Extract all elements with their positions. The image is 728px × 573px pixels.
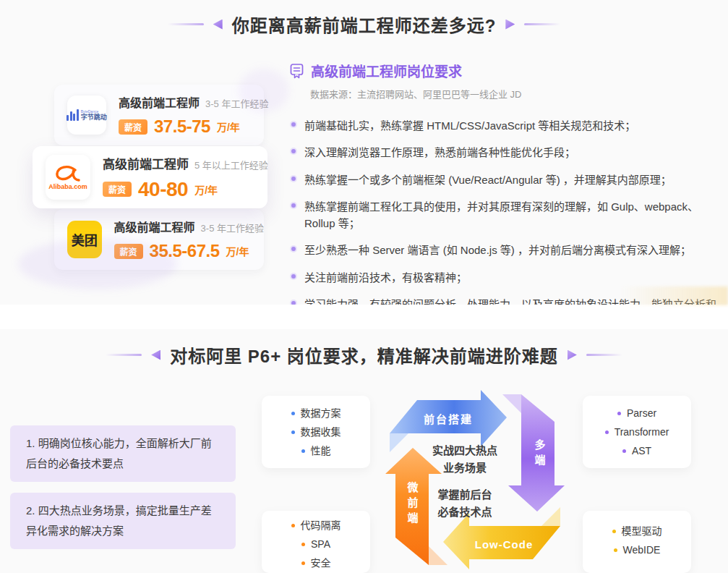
requirement-item: 熟练掌握一个或多个前端框架 (Vue/React/Angular 等) ，并理解… bbox=[289, 171, 717, 188]
card-frontend-build-topics: 数据方案 数据收集 性能 bbox=[262, 396, 370, 468]
bytedance-bars-icon bbox=[67, 109, 79, 121]
card-multi-end-topics: Parser Transformer AST bbox=[583, 396, 691, 468]
salary-unit: 万/年 bbox=[226, 244, 249, 258]
ornament-line bbox=[586, 354, 622, 356]
decorative-cream-strip bbox=[620, 286, 728, 305]
salary-badge: 薪资 bbox=[119, 119, 147, 135]
salary-unit: 万/年 bbox=[217, 119, 240, 134]
list-item: 数据收集 bbox=[269, 423, 363, 442]
arrow-label-multi-end: 多端 bbox=[532, 439, 547, 470]
selling-point-2: 2. 四大热点业务场景，搞定批量生产差异化需求的解决方案 bbox=[10, 493, 236, 549]
bullet-dot bbox=[291, 203, 296, 208]
bullet-dot bbox=[617, 412, 621, 415]
list-item: Transformer bbox=[590, 423, 684, 442]
triangle-right-icon bbox=[568, 350, 577, 360]
section2-title-row: 对标阿里 P6+ 岗位要求，精准解决前端进阶难题 bbox=[0, 342, 728, 368]
bullet-dot bbox=[301, 449, 305, 453]
alibaba-label: Alibaba.com bbox=[48, 183, 87, 190]
ornament-line bbox=[168, 23, 204, 25]
section1-title-row: 你距离高薪前端工程师还差多远? bbox=[0, 12, 728, 37]
bullet-dot bbox=[291, 412, 295, 415]
ornament-line bbox=[524, 23, 560, 25]
certificate-icon bbox=[289, 63, 304, 79]
bytedance-cn-label: 字节跳动 bbox=[81, 114, 107, 121]
requirement-item: 至少熟悉一种 Server 端语言 (如 Node.js 等) ，并对前后端分离… bbox=[289, 242, 717, 258]
bullet-dot bbox=[291, 430, 295, 434]
section-salary-gap: 你距离高薪前端工程师还差多远? ByteDance 字节跳动 高级前端工程师 3… bbox=[0, 0, 728, 305]
salary-range: 35.5-67.5 bbox=[150, 241, 220, 261]
requirement-item: 前端基础扎实，熟练掌握 HTML/CSS/JavaScript 等相关规范和技术… bbox=[289, 117, 717, 134]
card-micro-frontend-topics: 代码隔离 SPA 安全 bbox=[262, 511, 370, 573]
list-item: WebIDE bbox=[590, 541, 684, 560]
bullet-dot bbox=[291, 274, 296, 279]
requirement-item: 深入理解浏览器工作原理，熟悉前端各种性能优化手段； bbox=[289, 144, 717, 161]
card-lowcode-topics: 模型驱动 WebIDE bbox=[583, 511, 691, 573]
job-experience: 3-5 年工作经验 bbox=[205, 96, 268, 110]
job-title: 高级前端工程师 bbox=[114, 218, 195, 235]
requirements-heading: 高级前端工程师岗位要求 bbox=[311, 61, 462, 80]
section-divider bbox=[0, 305, 728, 329]
triangle-right-icon bbox=[505, 20, 515, 30]
list-item: 数据方案 bbox=[269, 404, 363, 423]
salary-badge: 薪资 bbox=[114, 244, 143, 259]
bytedance-logo: ByteDance 字节跳动 bbox=[67, 96, 106, 135]
bullet-dot bbox=[291, 177, 296, 181]
requirement-item: 关注前端前沿技术，有极客精神； bbox=[289, 269, 717, 286]
bullet-dot bbox=[605, 430, 609, 434]
arrow-label-lowcode: Low-Code bbox=[475, 538, 534, 551]
job-experience: 3-5 年工作经验 bbox=[201, 221, 264, 234]
bullet-dot bbox=[301, 543, 305, 546]
bullet-dot bbox=[291, 149, 296, 153]
section-p6-requirements: 对标阿里 P6+ 岗位要求，精准解决前端进阶难题 1. 明确岗位核心能力，全面解… bbox=[0, 329, 728, 573]
alibaba-a-icon bbox=[53, 165, 82, 182]
triangle-left-icon bbox=[213, 20, 223, 30]
meituan-logo: 美团 bbox=[67, 221, 102, 258]
section2-title: 对标阿里 P6+ 岗位要求，精准解决前端进阶难题 bbox=[170, 342, 558, 368]
requirement-item: 熟练掌握前端工程化工具的使用，并对其原理有深刻的理解，如 Gulp、webpac… bbox=[289, 198, 717, 232]
salary-badge: 薪资 bbox=[103, 182, 132, 197]
list-item: SPA bbox=[269, 535, 363, 554]
arrow-label-frontend-build: 前台搭建 bbox=[424, 411, 473, 426]
job-card-meituan: 美团 高级前端工程师 3-5 年工作经验 薪资 35.5-67.5 万/年 bbox=[54, 209, 264, 270]
bullet-dot bbox=[291, 247, 296, 251]
bullet-dot bbox=[614, 548, 617, 552]
arrow-label-micro-frontend: 微前端 bbox=[405, 482, 420, 527]
salary-unit: 万/年 bbox=[194, 182, 218, 197]
bullet-dot bbox=[291, 524, 295, 527]
list-item: 安全 bbox=[269, 554, 363, 573]
alibaba-logo: Alibaba.com bbox=[46, 155, 90, 200]
list-item: 模型驱动 bbox=[590, 522, 684, 541]
job-experience: 5 年以上工作经验 bbox=[194, 158, 268, 171]
job-title: 高级前端工程师 bbox=[103, 154, 189, 172]
triangle-left-icon bbox=[151, 350, 160, 360]
job-title: 高级前端工程师 bbox=[119, 93, 200, 111]
job-card-alibaba: Alibaba.com 高级前端工程师 5 年以上工作经验 薪资 40-80 万… bbox=[33, 146, 267, 208]
list-item: 性能 bbox=[269, 442, 363, 461]
salary-range: 40-80 bbox=[138, 178, 188, 201]
diagram-center-text: 实战四大热点 业务场景 掌握前后台 必备技术点 bbox=[432, 442, 497, 521]
ornament-line bbox=[106, 354, 142, 356]
bullet-dot bbox=[612, 530, 616, 533]
bullet-dot bbox=[301, 561, 305, 565]
section1-title: 你距离高薪前端工程师还差多远? bbox=[232, 12, 497, 37]
job-card-bytedance: ByteDance 字节跳动 高级前端工程师 3-5 年工作经验 薪资 37.5… bbox=[54, 85, 264, 145]
data-source-note: 数据来源：主流招聘网站、阿里巴巴等一线企业 JD bbox=[310, 87, 717, 101]
selling-point-1: 1. 明确岗位核心能力，全面解析大厂前后台的必备技术要点 bbox=[10, 425, 236, 482]
salary-range: 37.5-75 bbox=[154, 116, 210, 137]
cycle-diagram: 前台搭建 多端 Low-Code 微前端 实战四大热点 业务场景 掌握前后台 必… bbox=[380, 386, 571, 573]
bullet-dot bbox=[622, 449, 626, 453]
list-item: Parser bbox=[590, 404, 684, 423]
list-item: 代码隔离 bbox=[269, 517, 363, 535]
list-item: AST bbox=[590, 442, 684, 461]
bullet-dot bbox=[291, 122, 296, 127]
